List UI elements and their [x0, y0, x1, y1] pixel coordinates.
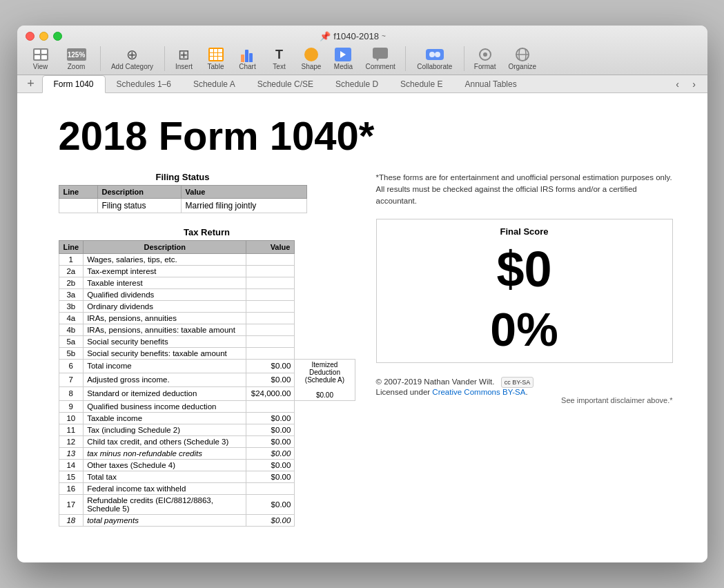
fs-col-line: Line — [59, 185, 97, 198]
tab-schedule-e[interactable]: Schedule E — [389, 76, 453, 92]
close-button[interactable] — [26, 32, 35, 41]
maximize-button[interactable] — [53, 32, 62, 41]
table-row: 15Total tax$0.00 — [59, 471, 355, 482]
view-button[interactable]: View — [26, 46, 56, 72]
tax-return-table: Line Description Value 1Wages, salaries,… — [59, 240, 355, 527]
tr-line-5: 4a — [59, 312, 84, 324]
tr-desc-11: Standard or itemized deduction — [84, 386, 246, 400]
tr-desc-14: Tax (including Schedule 2) — [84, 424, 246, 435]
insert-button[interactable]: ⊞ Insert — [169, 46, 199, 72]
table-row: 5aSocial security benefits — [59, 335, 355, 347]
fs-col-value: Value — [181, 185, 306, 198]
tr-desc-10: Adjusted gross income. — [84, 373, 246, 386]
tr-val-2 — [246, 277, 295, 288]
tr-val-15: $0.00 — [246, 435, 295, 447]
tr-line-14: 11 — [59, 424, 84, 435]
svg-point-7 — [483, 52, 487, 57]
tr-desc-20: Refundable credits (EIC/8812/8863, Sched… — [84, 494, 246, 514]
organize-button[interactable]: Organize — [502, 46, 542, 72]
text-button[interactable]: T Text — [264, 46, 295, 72]
filing-status-title: Filing Status — [59, 172, 307, 182]
tax-return-title: Tax Return — [59, 227, 355, 237]
tr-line-16: 13 — [59, 447, 84, 459]
tab-prev-button[interactable]: ‹ — [670, 77, 685, 92]
creative-commons-link[interactable]: Creative Commons BY-SA — [432, 388, 525, 396]
two-column-layout: Filing Status Line Description Value — [59, 172, 673, 527]
table-row: 18total payments$0.00 — [59, 514, 355, 526]
fs-row-value: Married filing jointly — [181, 198, 306, 213]
table-row: Filing status Married filing jointly — [59, 198, 306, 213]
page-title: 2018 Form 1040* — [59, 114, 673, 158]
tr-desc-0: Wages, salaries, tips, etc. — [84, 253, 246, 265]
tab-schedules-1-6[interactable]: Schedules 1–6 — [106, 76, 182, 92]
tr-line-8: 5b — [59, 347, 84, 359]
tr-val-7 — [246, 335, 295, 347]
organize-icon — [513, 47, 532, 62]
tr-desc-21: total payments — [84, 514, 246, 526]
tr-line-10: 7 — [59, 373, 84, 386]
media-icon — [333, 47, 353, 62]
tr-line-12: 9 — [59, 400, 84, 412]
view-icon — [31, 47, 50, 62]
minimize-button[interactable] — [39, 32, 48, 41]
tr-desc-15: Child tax credit, and others (Schedule 3… — [84, 435, 246, 447]
media-button[interactable]: Media — [328, 46, 358, 72]
tr-line-9: 6 — [59, 359, 84, 373]
window-controls[interactable] — [26, 32, 62, 41]
tab-schedule-d[interactable]: Schedule D — [324, 76, 389, 92]
collaborate-button[interactable]: Collaborate — [410, 46, 460, 72]
fs-row-desc: Filing status — [97, 198, 181, 213]
tr-desc-8: Social security benefits: taxable amount — [84, 347, 246, 359]
shape-button[interactable]: Shape — [296, 46, 327, 72]
table-row: 4bIRAs, pensions, annuities: taxable amo… — [59, 324, 355, 335]
tr-val-8 — [246, 347, 295, 359]
toolbar-separator-3 — [405, 46, 406, 71]
chart-button[interactable]: Chart — [233, 46, 263, 72]
final-score-title: Final Score — [391, 226, 658, 237]
add-category-button[interactable]: ⊕ Add Category — [105, 46, 160, 72]
pin-icon: 📌 — [320, 31, 331, 41]
tab-annual-tables[interactable]: Annual Tables — [453, 76, 527, 92]
right-column: *These forms are for entertainment and u… — [376, 172, 673, 527]
tab-schedule-cse[interactable]: Schedule C/SE — [246, 76, 324, 92]
add-tab-button[interactable]: + — [23, 76, 39, 92]
tr-col-line: Line — [59, 240, 84, 253]
tr-line-17: 14 — [59, 459, 84, 471]
tr-line-3: 3a — [59, 288, 84, 300]
final-score-percent: 0% — [391, 304, 658, 355]
tr-val-13: $0.00 — [246, 412, 295, 424]
tr-val-21: $0.00 — [246, 514, 295, 526]
tr-desc-18: Total tax — [84, 471, 246, 482]
tr-val-11: $24,000.00 — [246, 386, 295, 400]
tab-schedule-a[interactable]: Schedule A — [182, 76, 246, 92]
tr-val-5 — [246, 312, 295, 324]
main-window: 📌 f1040-2018 ~ View 125% Zoom — [17, 26, 707, 562]
filing-status-table: Line Description Value Filing status Mar… — [59, 185, 307, 213]
tax-return-section: Tax Return Line Description Value 1Wages… — [59, 227, 355, 527]
tr-val-0 — [246, 253, 295, 265]
table-row: 11Tax (including Schedule 2)$0.00 — [59, 424, 355, 435]
table-row: 3aQualified dividends — [59, 288, 355, 300]
tr-desc-12: Qualified business income deduction — [84, 400, 246, 412]
comment-button[interactable]: Comment — [360, 46, 400, 72]
svg-point-4 — [429, 52, 435, 57]
cc-badge: cc BY-SA — [501, 377, 534, 388]
left-column: Filing Status Line Description Value — [59, 172, 355, 527]
toolbar-separator-2 — [164, 46, 165, 71]
svg-rect-1 — [373, 48, 388, 59]
table-button[interactable]: Table — [201, 46, 231, 72]
format-button[interactable]: Format — [469, 46, 502, 72]
toolbar-separator-4 — [464, 46, 464, 71]
final-score-box: Final Score $0 0% — [376, 219, 673, 363]
table-row: 16Federal income tax withheld — [59, 482, 355, 494]
tr-desc-16: tax minus non-refundable credits — [84, 447, 246, 459]
tab-form-1040[interactable]: Form 1040 — [42, 75, 106, 93]
tr-val-14: $0.00 — [246, 424, 295, 435]
table-row: 4aIRAs, pensions, annuities — [59, 312, 355, 324]
zoom-button[interactable]: 125% Zoom — [57, 46, 96, 72]
tab-next-button[interactable]: › — [687, 77, 702, 92]
shape-icon — [302, 47, 321, 62]
titlebar: 📌 f1040-2018 ~ View 125% Zoom — [17, 26, 707, 75]
tr-val-10: $0.00 — [246, 373, 295, 386]
table-row: 10Taxable income$0.00 — [59, 412, 355, 424]
